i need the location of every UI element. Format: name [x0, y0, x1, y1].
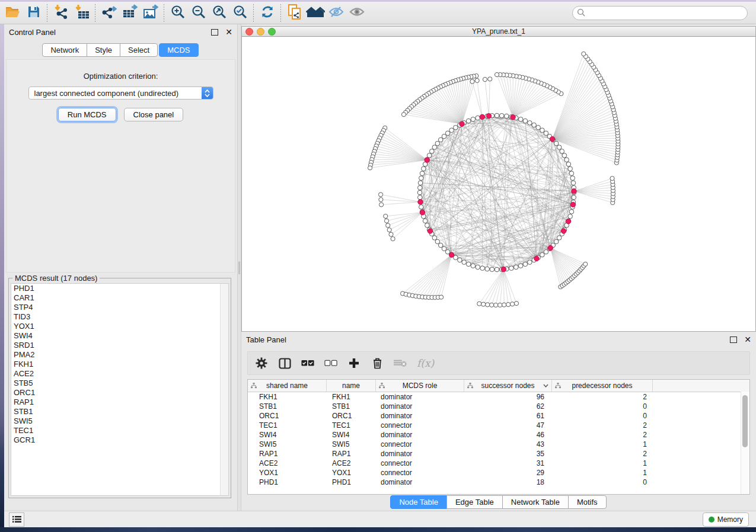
- network-node[interactable]: [572, 195, 576, 200]
- save-session-button[interactable]: [23, 4, 44, 23]
- table-row[interactable]: ORC1ORC1dominator610: [248, 411, 749, 421]
- zoom-in-button[interactable]: [167, 4, 188, 23]
- network-hub-node[interactable]: [486, 114, 491, 118]
- network-node[interactable]: [429, 149, 434, 154]
- mcds-result-list[interactable]: PHD1CAR1STP4TID3YOX1SWI4SRD1PMA2FKH1ACE2…: [11, 283, 229, 496]
- mcds-result-item[interactable]: STB1: [11, 407, 228, 416]
- network-node[interactable]: [490, 267, 495, 272]
- network-hub-node[interactable]: [570, 202, 575, 207]
- network-node[interactable]: [432, 145, 437, 150]
- network-node[interactable]: [466, 262, 471, 267]
- network-node[interactable]: [571, 181, 576, 185]
- table-settings-button[interactable]: [255, 357, 268, 370]
- memory-button[interactable]: Memory: [703, 512, 749, 527]
- mcds-result-item[interactable]: YOX1: [11, 322, 228, 331]
- network-leaf-node[interactable]: [379, 203, 383, 207]
- import-table-button[interactable]: [71, 4, 92, 23]
- table-row[interactable]: STB1STB1dominator620: [248, 402, 749, 411]
- network-leaf-node[interactable]: [498, 303, 502, 307]
- tab-select[interactable]: Select: [120, 43, 158, 57]
- network-leaf-node[interactable]: [506, 302, 511, 306]
- network-node[interactable]: [518, 117, 523, 122]
- network-node[interactable]: [562, 153, 567, 158]
- network-node[interactable]: [418, 181, 423, 185]
- export-network-button[interactable]: [98, 4, 119, 23]
- network-node[interactable]: [449, 128, 454, 133]
- network-leaf-node[interactable]: [510, 302, 514, 306]
- open-file-button[interactable]: [2, 4, 23, 23]
- show-graphics-button[interactable]: [346, 4, 367, 23]
- network-graph[interactable]: [242, 37, 755, 331]
- refresh-button[interactable]: [257, 4, 277, 23]
- network-hub-node[interactable]: [534, 256, 539, 261]
- network-canvas[interactable]: [241, 37, 756, 332]
- network-leaf-node[interactable]: [439, 295, 444, 299]
- mcds-result-item[interactable]: STB5: [11, 379, 228, 388]
- network-leaf-node[interactable]: [490, 303, 494, 307]
- network-node[interactable]: [442, 246, 446, 251]
- network-node[interactable]: [544, 249, 548, 254]
- mcds-result-item[interactable]: SWI4: [11, 331, 228, 341]
- float-panel-icon[interactable]: [211, 29, 218, 36]
- network-node[interactable]: [476, 116, 480, 120]
- close-panel-icon[interactable]: ✕: [225, 29, 232, 35]
- zoom-out-button[interactable]: [188, 4, 209, 23]
- network-node[interactable]: [435, 141, 440, 146]
- network-node[interactable]: [435, 239, 440, 244]
- network-hub-node[interactable]: [548, 245, 553, 250]
- close-panel-button[interactable]: Close panel: [124, 108, 184, 121]
- mcds-result-item[interactable]: SWI5: [11, 416, 228, 426]
- network-node[interactable]: [432, 236, 437, 241]
- network-hub-node[interactable]: [511, 115, 515, 120]
- network-node[interactable]: [427, 153, 432, 158]
- network-leaf-node[interactable]: [494, 303, 498, 307]
- network-leaf-node[interactable]: [610, 177, 614, 181]
- network-node[interactable]: [532, 123, 537, 127]
- network-node[interactable]: [568, 166, 573, 171]
- network-node[interactable]: [528, 260, 532, 265]
- mcds-result-item[interactable]: TID3: [11, 312, 228, 322]
- network-node[interactable]: [438, 137, 443, 142]
- zoom-selected-button[interactable]: [229, 4, 250, 23]
- network-node[interactable]: [485, 267, 490, 271]
- mcds-result-item[interactable]: TEC1: [11, 426, 228, 435]
- network-node[interactable]: [560, 149, 564, 154]
- network-node[interactable]: [569, 210, 574, 214]
- network-node[interactable]: [566, 162, 571, 166]
- network-node[interactable]: [419, 205, 424, 210]
- network-node[interactable]: [540, 128, 545, 133]
- optimization-select[interactable]: largest connected component (undirected): [28, 86, 213, 100]
- network-node[interactable]: [466, 118, 471, 123]
- network-hub-node[interactable]: [550, 136, 554, 141]
- network-leaf-node[interactable]: [378, 193, 382, 197]
- run-mcds-button[interactable]: Run MCDS: [58, 108, 116, 121]
- mcds-result-item[interactable]: ORC1: [11, 388, 228, 398]
- network-hub-node[interactable]: [418, 200, 423, 204]
- network-node[interactable]: [462, 260, 467, 265]
- network-node[interactable]: [420, 171, 425, 176]
- select-all-columns-button[interactable]: [301, 357, 314, 370]
- network-node[interactable]: [438, 243, 443, 248]
- neighbors-button[interactable]: [305, 4, 326, 23]
- tab-edge-table[interactable]: Edge Table: [446, 495, 503, 509]
- zoom-fit-button[interactable]: [209, 4, 229, 23]
- table-row[interactable]: RAP1RAP1dominator352: [248, 449, 749, 459]
- network-hub-node[interactable]: [480, 114, 484, 119]
- mcds-result-item[interactable]: PHD1: [11, 284, 228, 293]
- mcds-result-item[interactable]: GCR1: [11, 435, 228, 445]
- network-node[interactable]: [509, 266, 514, 271]
- delete-column-button[interactable]: [371, 357, 384, 370]
- network-node[interactable]: [554, 239, 559, 244]
- network-leaf-node[interactable]: [391, 236, 395, 241]
- network-leaf-node[interactable]: [583, 262, 588, 266]
- copy-network-button[interactable]: [284, 4, 305, 23]
- mcds-result-item[interactable]: CAR1: [11, 293, 228, 303]
- tab-style[interactable]: Style: [87, 43, 120, 57]
- network-node[interactable]: [568, 214, 573, 219]
- network-leaf-node[interactable]: [582, 52, 586, 56]
- network-leaf-node[interactable]: [401, 113, 406, 117]
- table-row[interactable]: ACE2ACE2connector311: [248, 459, 749, 468]
- network-leaf-node[interactable]: [481, 302, 486, 306]
- network-node[interactable]: [564, 158, 569, 162]
- network-node[interactable]: [528, 121, 532, 126]
